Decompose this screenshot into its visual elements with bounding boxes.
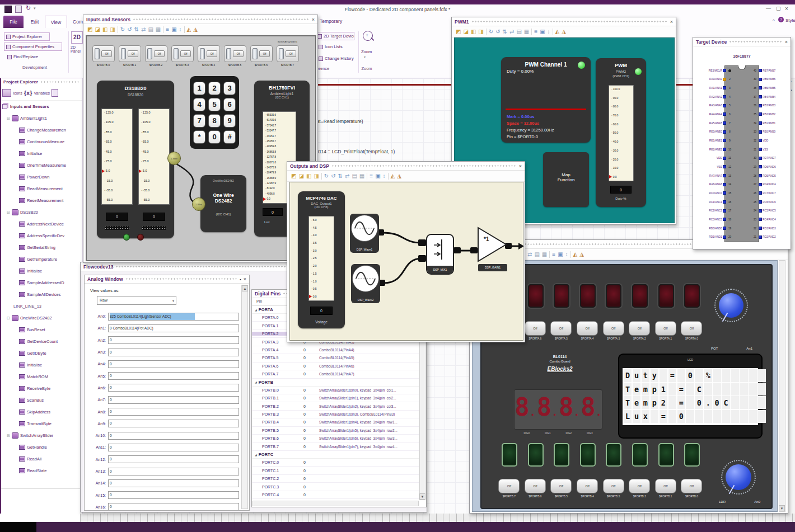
tree-macro-item[interactable]: GetSerialString <box>1 242 82 253</box>
toolbar-icon[interactable]: ⇄ <box>509 29 514 35</box>
tree-macro-item[interactable]: Initialise <box>1 148 82 159</box>
off-button[interactable]: Off <box>525 321 546 336</box>
off-button[interactable]: Off <box>629 479 650 493</box>
toolbar-icon[interactable]: ◮ <box>579 252 584 257</box>
analog-value-field[interactable]: 0 <box>108 444 239 451</box>
pin-pad[interactable] <box>759 104 762 107</box>
analog-value-field[interactable]: 0 <box>108 503 239 510</box>
port-switch[interactable]: Off$PORTA.2 <box>626 321 653 340</box>
panel-canvas[interactable]: MCP4746 DAC DAC_Output1 (I2C CH3) -5.0-4… <box>289 182 523 341</box>
toolbar-icon[interactable]: ▤ <box>516 29 521 35</box>
pwm-channel1-block[interactable]: PWM Channel 1 Duty = 0.00% Mark = 0.00us… <box>501 57 591 143</box>
toolbar-icon[interactable]: ▣ <box>375 173 380 179</box>
port-switch[interactable]: Off$PORTA.1 <box>653 321 679 340</box>
dropdown-arrow-icon[interactable]: ▾ <box>34 6 36 11</box>
toolbar-icon[interactable]: ↺ <box>127 27 132 32</box>
pot-knob[interactable] <box>714 289 748 322</box>
portb-button-row[interactable]: Off$PORTB.7Off$PORTB.6Off$PORTB.5Off$POR… <box>496 479 705 498</box>
toolbar-icon[interactable]: ◭ <box>573 252 578 257</box>
off-button[interactable]: Off <box>525 479 546 493</box>
expander-icon[interactable]: ⊟ <box>7 434 10 438</box>
toolbar-icon[interactable]: ↕ <box>383 173 386 179</box>
pwm-meter-block[interactable]: PWM PWM2 (PWM CH1) -100.0-90.0-80.0-70.0… <box>596 58 646 207</box>
analog-value-field[interactable]: 0 <box>108 455 239 463</box>
tree-macro-item[interactable]: ReceiveByte <box>1 383 82 394</box>
off-button[interactable]: Off <box>577 479 598 493</box>
port-switch[interactable]: Off$PORTA.3 <box>600 321 626 340</box>
tree-macro-item[interactable]: ReadMeasurement <box>1 183 82 195</box>
tree-macro-item[interactable]: ReadAll <box>1 453 82 465</box>
toolbar-icon[interactable]: ◩ <box>291 173 296 179</box>
analog-value-field[interactable]: 0 ComboBL0114(Pot ADC) <box>108 324 239 332</box>
tree-folder-item[interactable]: ⊟SwitchArraySlider <box>1 430 82 441</box>
toolbar-icon[interactable]: ◧ <box>471 29 476 35</box>
off-button[interactable]: Off <box>681 479 702 493</box>
digital-pin-row[interactable]: PORTC.10 <box>252 467 419 474</box>
analog-value-field[interactable]: 0 <box>108 420 239 427</box>
pin-pad[interactable] <box>759 200 762 204</box>
port-switch[interactable]: Off$PORTB.4 <box>574 479 601 498</box>
off-button[interactable]: Off <box>577 321 598 336</box>
redo-icon[interactable]: ↻ <box>26 4 31 12</box>
digital-pin-row[interactable]: PORTB.00SwitchArraySlider1(pin0), keypad… <box>252 387 419 394</box>
expander-icon[interactable]: ⊟ <box>7 116 10 121</box>
close-icon[interactable]: × <box>519 163 522 169</box>
onewire-connector[interactable]: 1-Wire <box>167 152 181 165</box>
off-button[interactable]: Off <box>655 321 676 336</box>
port-switch[interactable]: Off$PORTA.5 <box>548 321 574 340</box>
scroll-down-icon[interactable]: ▼ <box>779 505 785 511</box>
toolbar-icon[interactable]: ⇅ <box>134 27 139 32</box>
port-switch[interactable]: Off$PORTA.0 <box>679 321 705 340</box>
toolbar-icon[interactable]: ◩ <box>87 27 92 32</box>
digital-pin-row[interactable]: PORTB.70SwitchArraySlider1(pin7), keypad… <box>252 443 419 451</box>
pin-pad[interactable] <box>759 227 762 230</box>
digital-pin-row[interactable]: PORTA.50ComboBL0114(PinA5) <box>252 354 419 362</box>
toolbar-icon[interactable]: ◭ <box>187 27 191 32</box>
tab-file[interactable]: File <box>3 16 24 28</box>
toolbar-icon[interactable]: ↺ <box>495 29 500 35</box>
toolbar-icon[interactable]: ▦ <box>542 252 547 257</box>
pin-pad[interactable] <box>759 95 762 98</box>
digital-pin-row[interactable]: PORTC.00 <box>252 459 419 467</box>
toolbar-icon[interactable]: ▦ <box>156 27 161 32</box>
icon-lists-toggle[interactable]: Icon Lists <box>316 43 345 51</box>
tree-macro-item[interactable]: ReadState <box>1 465 82 477</box>
tree-macro-item[interactable]: AddressNextDevice <box>1 218 82 230</box>
digital-pin-row[interactable]: PORTB.10SwitchArraySlider1(pin1), keypad… <box>252 394 419 402</box>
toolbar-icon[interactable]: ≡ <box>166 27 169 32</box>
dsp-mix-block[interactable]: DSP_MIX1 <box>426 234 454 275</box>
toolbar-icon[interactable]: ↺ <box>331 173 335 179</box>
port-switch[interactable]: Off$PORTB.0 <box>679 479 705 498</box>
digital-pin-row[interactable]: PORTC.30 <box>252 483 419 491</box>
save-icon[interactable] <box>15 6 22 13</box>
view-mode-dropdown[interactable]: Raw▾ <box>97 296 176 305</box>
toolbar-icon[interactable]: ◮ <box>562 29 566 35</box>
expander-icon[interactable]: ⊟ <box>7 210 10 215</box>
toolbar-icon[interactable]: ◭ <box>555 29 560 35</box>
port-switch[interactable]: Off$PORTB.2 <box>626 479 653 498</box>
toolbar-icon[interactable]: ⇅ <box>503 29 507 35</box>
toolbar-icon[interactable]: ▤ <box>148 27 153 32</box>
map-function-block[interactable]: Map Function <box>543 152 589 207</box>
tab-edit[interactable]: Edit <box>26 16 44 28</box>
analog-value-field[interactable]: 0 <box>108 479 239 487</box>
tree-macro-item[interactable]: ResetMeasurement <box>1 195 82 206</box>
digital-pin-row[interactable]: PORTB.40SwitchArraySlider1(pin4), keypad… <box>252 418 419 426</box>
mcp4746-dac-block[interactable]: MCP4746 DAC DAC_Output1 (I2C CH3) -5.0-4… <box>298 191 345 328</box>
digital-pin-row[interactable]: PORTC.20 <box>252 475 419 483</box>
pin-pad[interactable] <box>759 191 762 195</box>
tree-root-item[interactable]: Inputs and Sensors <box>1 101 82 112</box>
panel-vscrollbar[interactable]: ▼ <box>779 260 785 512</box>
toolbar-icon[interactable]: ◩ <box>456 29 461 35</box>
analog-value-field[interactable]: 0 <box>108 336 239 344</box>
toolbar-icon[interactable]: ▣ <box>558 252 563 257</box>
porta-button-row[interactable]: Off$PORTA.7Off$PORTA.6Off$PORTA.5Off$POR… <box>496 321 705 340</box>
pin-pad[interactable] <box>759 174 762 177</box>
panel-toolbar[interactable]: ◩◪◧◨↻↺⇅⇄▤▦≡▣↕◭◮ <box>83 24 317 35</box>
digital-hscrollbar[interactable] <box>252 501 419 506</box>
tree-macro-item[interactable]: PowerDown <box>1 171 82 183</box>
pin-pad[interactable] <box>759 165 762 168</box>
tab-view[interactable]: View <box>45 16 67 28</box>
port-switch[interactable]: Off$PORTB.7 <box>496 479 522 498</box>
toolbar-icon[interactable]: ◨ <box>478 29 483 35</box>
